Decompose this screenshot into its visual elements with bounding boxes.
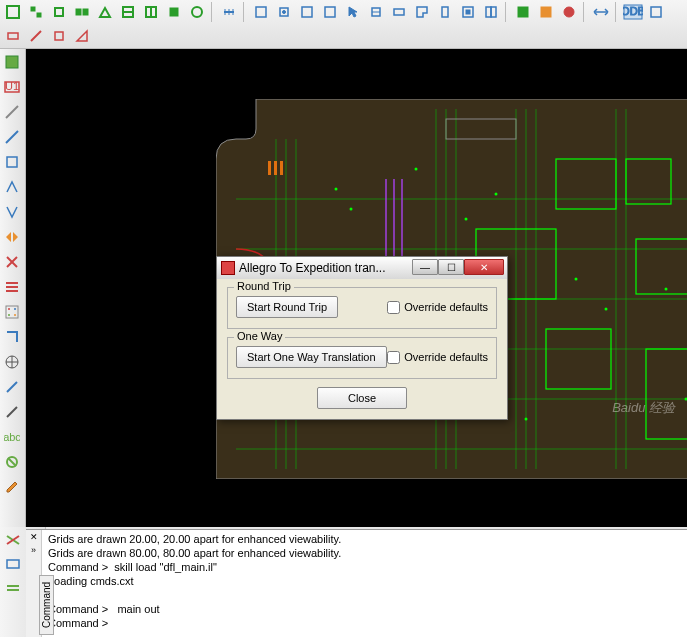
svg-rect-70	[274, 161, 277, 175]
svg-text:U1: U1	[5, 80, 19, 92]
dialog-titlebar[interactable]: Allegro To Expedition tran... — ☐ ✕	[217, 257, 507, 279]
console-chevron-icon[interactable]: »	[31, 545, 36, 555]
tool-btn[interactable]	[512, 1, 534, 23]
tool-btn[interactable]	[411, 1, 433, 23]
pencil-icon[interactable]	[1, 476, 23, 498]
start-oneway-button[interactable]: Start One Way Translation	[236, 346, 387, 368]
svg-point-18	[283, 11, 286, 14]
text-icon[interactable]: abc	[1, 426, 23, 448]
oneway-legend: One Way	[234, 330, 285, 342]
tool-btn[interactable]	[558, 1, 580, 23]
svg-text:ODB: ODB	[623, 5, 643, 17]
roundtrip-override-checkbox[interactable]	[387, 301, 400, 314]
svg-point-52	[14, 308, 16, 310]
console-tab[interactable]: Command	[39, 575, 54, 635]
tool-btn[interactable]	[48, 1, 70, 23]
console-output[interactable]: Grids are drawn 20.00, 20.00 apart for e…	[42, 530, 687, 637]
tool-btn[interactable]	[25, 1, 47, 23]
svg-point-11	[192, 7, 202, 17]
tool-btn[interactable]	[365, 1, 387, 23]
minimize-button[interactable]: —	[412, 259, 438, 275]
tool-btn[interactable]	[218, 1, 240, 23]
tool-btn[interactable]	[1, 126, 23, 148]
tool-btn[interactable]	[457, 1, 479, 23]
tool-btn[interactable]	[71, 1, 93, 23]
toolbar-row-1: ODB	[0, 0, 687, 24]
tool-btn[interactable]	[25, 25, 47, 47]
tool-btn[interactable]	[250, 1, 272, 23]
tool-btn[interactable]	[2, 553, 24, 575]
tool-btn[interactable]	[535, 1, 557, 23]
close-window-button[interactable]: ✕	[464, 259, 504, 275]
svg-point-79	[605, 308, 608, 311]
tool-btn[interactable]	[1, 151, 23, 173]
svg-rect-19	[302, 7, 312, 17]
tool-btn[interactable]	[1, 201, 23, 223]
oneway-override-label[interactable]: Override defaults	[387, 351, 488, 364]
tool-btn[interactable]	[480, 1, 502, 23]
svg-rect-38	[55, 32, 63, 40]
pointer-icon[interactable]	[342, 1, 364, 23]
tool-btn[interactable]	[163, 1, 185, 23]
tool-btn[interactable]	[1, 376, 23, 398]
svg-point-74	[350, 208, 353, 211]
tool-btn[interactable]	[2, 529, 24, 551]
roundtrip-group: Round Trip Start Round Trip Override def…	[227, 287, 497, 329]
tool-btn[interactable]	[1, 51, 23, 73]
tool-group-btn[interactable]	[2, 1, 24, 23]
tool-btn[interactable]	[140, 1, 162, 23]
svg-line-42	[6, 106, 18, 118]
top-toolbars: ODB	[0, 0, 687, 49]
svg-point-76	[465, 218, 468, 221]
maximize-button[interactable]: ☐	[438, 259, 464, 275]
svg-rect-26	[466, 10, 470, 14]
tool-btn[interactable]	[1, 226, 23, 248]
oneway-override-checkbox[interactable]	[387, 351, 400, 364]
svg-rect-5	[83, 9, 88, 15]
tool-btn[interactable]	[319, 1, 341, 23]
tool-btn[interactable]	[645, 1, 667, 23]
svg-line-37	[31, 31, 41, 41]
tool-btn[interactable]	[1, 301, 23, 323]
svg-line-59	[7, 407, 17, 417]
tool-btn[interactable]	[1, 176, 23, 198]
start-roundtrip-button[interactable]: Start Round Trip	[236, 296, 338, 318]
tool-btn[interactable]	[2, 577, 24, 599]
tool-btn[interactable]	[94, 1, 116, 23]
odb-icon[interactable]: ODB	[622, 1, 644, 23]
tool-btn[interactable]	[2, 25, 24, 47]
oneway-override-text: Override defaults	[404, 351, 488, 363]
tool-btn[interactable]	[71, 25, 93, 47]
console-close-icon[interactable]: ✕	[30, 532, 38, 542]
tool-btn[interactable]	[186, 1, 208, 23]
svg-rect-39	[6, 56, 18, 68]
tool-btn[interactable]	[1, 401, 23, 423]
tool-btn[interactable]	[388, 1, 410, 23]
tool-btn[interactable]	[1, 251, 23, 273]
tool-btn[interactable]	[434, 1, 456, 23]
svg-point-54	[14, 314, 16, 316]
svg-point-73	[335, 188, 338, 191]
svg-rect-24	[442, 7, 448, 17]
tool-btn[interactable]	[1, 351, 23, 373]
tool-btn[interactable]: U1	[1, 76, 23, 98]
tool-btn[interactable]	[273, 1, 295, 23]
roundtrip-override-label[interactable]: Override defaults	[387, 301, 488, 314]
oneway-group: One Way Start One Way Translation Overri…	[227, 337, 497, 379]
tool-btn[interactable]	[1, 276, 23, 298]
allegro-expedition-dialog: Allegro To Expedition tran... — ☐ ✕ Roun…	[216, 256, 508, 420]
left-toolbar: U1 abc	[0, 49, 26, 527]
dimension-icon[interactable]	[590, 1, 612, 23]
svg-rect-4	[76, 9, 81, 15]
close-button[interactable]: Close	[317, 387, 407, 409]
tool-btn[interactable]	[48, 25, 70, 47]
tool-btn[interactable]	[1, 101, 23, 123]
tool-btn[interactable]	[1, 326, 23, 348]
tool-btn[interactable]	[296, 1, 318, 23]
toolbar-row-2	[0, 24, 687, 48]
tool-btn[interactable]	[117, 1, 139, 23]
svg-point-77	[495, 193, 498, 196]
svg-rect-10	[170, 8, 178, 16]
tool-btn[interactable]	[1, 451, 23, 473]
svg-rect-69	[268, 161, 271, 175]
